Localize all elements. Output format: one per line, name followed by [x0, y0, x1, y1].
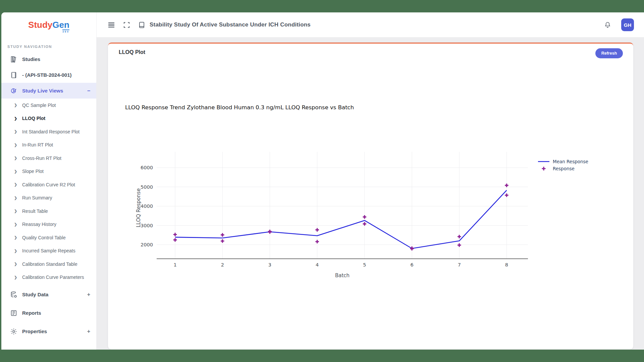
view-item-label: Calibration Curve Parameters — [22, 275, 84, 280]
logo-gen-text: Gen360 — [52, 20, 69, 30]
lloq-chart: 2000300040005000600012345678BatchLLOQ Re… — [134, 148, 604, 286]
sidebar-item-study-code[interactable]: - (API-STB-2024-001) — [1, 67, 96, 83]
sidebar-item-study-data[interactable]: Study Data + — [1, 287, 96, 302]
collapse-icon[interactable]: − — [87, 88, 90, 94]
chevron-right-icon — [14, 156, 22, 160]
fullscreen-icon[interactable] — [123, 22, 130, 28]
view-item-label: Run Summary — [22, 195, 52, 200]
chart-legend: Mean Response Response — [537, 158, 588, 172]
svg-text:1: 1 — [173, 262, 176, 267]
sidebar-view-qc-sample-plot[interactable]: QC Sample Plot — [1, 99, 96, 112]
expand-icon[interactable]: + — [87, 328, 90, 335]
sidebar-item-study-live-views[interactable]: Study Live Views − — [1, 83, 96, 99]
chevron-right-icon — [14, 196, 22, 200]
svg-text:4000: 4000 — [141, 203, 153, 209]
sidebar-view-reassay-history[interactable]: Reassay History — [1, 218, 96, 231]
card-title: LLOQ Plot — [119, 49, 145, 55]
sidebar-view-calibration-curve-r2-plot[interactable]: Calibration Curve R2 Plot — [1, 178, 96, 191]
view-item-label: Calibration Curve R2 Plot — [22, 182, 75, 187]
sidebar-view-slope-plot[interactable]: Slope Plot — [1, 165, 96, 178]
view-item-label: Int Standard Response Plot — [22, 129, 79, 134]
chevron-right-icon — [14, 103, 22, 107]
study-navigation-label: STUDY NAVIGATION — [7, 45, 96, 49]
legend-plus-swatch — [537, 166, 551, 171]
view-item-label: Reassay History — [22, 222, 56, 227]
chevron-right-icon — [14, 275, 22, 280]
sidebar-item-label: Reports — [22, 310, 90, 316]
sidebar-item-properties[interactable]: Properties + — [1, 323, 96, 339]
chevron-right-icon — [14, 249, 22, 253]
view-item-label: Quality Control Table — [22, 235, 66, 240]
reports-icon — [10, 309, 17, 317]
svg-text:2: 2 — [221, 262, 224, 267]
legend-item-mean-response[interactable]: Mean Response — [537, 158, 588, 165]
hamburger-menu-icon[interactable] — [108, 22, 115, 28]
books-icon — [10, 56, 17, 63]
view-item-label: Slope Plot — [22, 169, 44, 174]
svg-text:4: 4 — [316, 262, 319, 267]
sidebar-item-label: Properties — [22, 328, 87, 334]
study-title: Stability Study Of Active Substance Unde… — [150, 21, 311, 28]
expand-icon[interactable]: + — [87, 292, 90, 298]
chevron-right-icon — [14, 222, 22, 227]
legend-line-swatch — [537, 161, 551, 163]
gear-icon — [10, 328, 17, 335]
sidebar: StudyGen360 STUDY NAVIGATION Studies - (… — [1, 12, 97, 350]
sidebar-view-cross-run-rt-plot[interactable]: Cross-Run RT Plot — [1, 152, 96, 165]
chevron-right-icon — [14, 169, 22, 174]
sidebar-item-studies[interactable]: Studies — [1, 51, 96, 67]
svg-text:LLOQ Response: LLOQ Response — [136, 188, 142, 228]
chevron-right-icon — [14, 116, 22, 121]
svg-text:6: 6 — [410, 262, 413, 267]
studygen-logo: StudyGen360 — [1, 12, 96, 37]
chart-title: LLOQ Response Trend Zylothane Blood Huma… — [125, 104, 354, 111]
chevron-right-icon — [14, 182, 22, 187]
sidebar-view-int-standard-response-plot[interactable]: Int Standard Response Plot — [1, 125, 96, 138]
journal-icon — [10, 71, 17, 79]
bell-icon[interactable] — [604, 21, 611, 28]
svg-text:2000: 2000 — [141, 242, 153, 247]
user-avatar[interactable]: GH — [621, 18, 634, 31]
sidebar-item-reports[interactable]: Reports — [1, 305, 96, 321]
chevron-right-icon — [14, 129, 22, 134]
sidebar-item-label: Study Live Views — [22, 88, 87, 94]
refresh-button[interactable]: Refresh — [595, 48, 623, 58]
view-item-label: QC Sample Plot — [22, 103, 56, 108]
analytics-icon — [10, 87, 17, 95]
chevron-right-icon — [14, 262, 22, 266]
sidebar-view-incurred-sample-repeats[interactable]: Incurred Sample Repeats — [1, 244, 96, 258]
chevron-right-icon — [14, 209, 22, 213]
sidebar-item-label: - (API-STB-2024-001) — [22, 72, 90, 78]
sidebar-view-calibration-standard-table[interactable]: Calibration Standard Table — [1, 257, 96, 271]
chevron-right-icon — [14, 235, 22, 240]
sidebar-view-quality-control-table[interactable]: Quality Control Table — [1, 231, 96, 244]
book-icon — [139, 22, 145, 28]
view-item-label: Calibration Standard Table — [22, 261, 77, 267]
svg-text:8: 8 — [505, 262, 508, 267]
view-item-label: Result Table — [22, 208, 48, 214]
svg-text:5: 5 — [363, 262, 366, 267]
view-item-label: In-Run RT Plot — [22, 142, 53, 147]
database-icon — [10, 291, 17, 298]
view-item-label: Incurred Sample Repeats — [22, 248, 75, 253]
view-item-label: Cross-Run RT Plot — [22, 156, 61, 161]
lloq-plot-card: LLOQ Plot Refresh LLOQ Response Trend Zy… — [108, 43, 633, 349]
chevron-right-icon — [14, 143, 22, 147]
sidebar-view-in-run-rt-plot[interactable]: In-Run RT Plot — [1, 138, 96, 152]
sidebar-view-result-table[interactable]: Result Table — [1, 204, 96, 218]
sidebar-view-run-summary[interactable]: Run Summary — [1, 191, 96, 205]
view-item-label: LLOQ Plot — [22, 116, 45, 121]
svg-text:5000: 5000 — [141, 184, 153, 190]
top-header: Stability Study Of Active Substance Unde… — [97, 12, 644, 38]
svg-text:3000: 3000 — [141, 223, 153, 228]
logo-360-text: 360 — [62, 29, 69, 33]
legend-label: Mean Response — [553, 159, 588, 164]
sidebar-item-label: Study Data — [22, 292, 87, 297]
sidebar-view-lloq-plot[interactable]: LLOQ Plot — [1, 112, 96, 125]
sidebar-view-calibration-curve-parameters[interactable]: Calibration Curve Parameters — [1, 271, 96, 284]
svg-text:Batch: Batch — [335, 273, 350, 279]
svg-text:3: 3 — [268, 262, 271, 267]
sidebar-item-label: Studies — [22, 56, 90, 62]
app-window: StudyGen360 STUDY NAVIGATION Studies - (… — [1, 12, 644, 350]
legend-item-response[interactable]: Response — [537, 165, 588, 172]
